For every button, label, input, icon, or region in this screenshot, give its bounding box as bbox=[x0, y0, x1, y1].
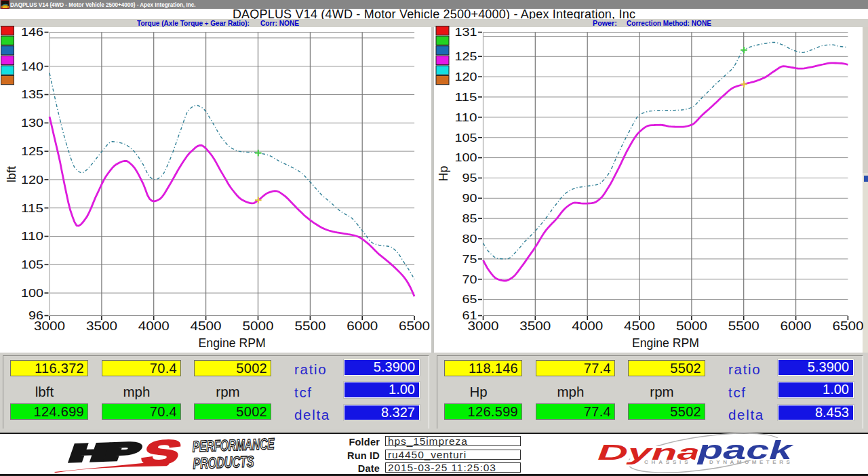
svg-text:CHASSIS: CHASSIS bbox=[644, 459, 691, 465]
svg-text:HP: HP bbox=[67, 438, 144, 467]
svg-text:PERFORMANCE: PERFORMANCE bbox=[192, 435, 275, 455]
svg-text:PRODUCTS: PRODUCTS bbox=[193, 452, 254, 472]
svg-text:DYNAMOMETERS: DYNAMOMETERS bbox=[709, 459, 792, 465]
